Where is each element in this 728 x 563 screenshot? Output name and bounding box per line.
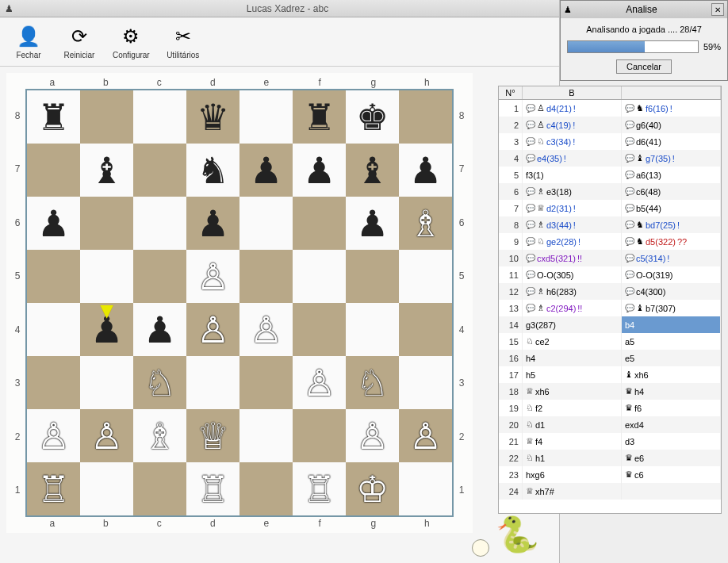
square-c5[interactable]	[133, 250, 186, 303]
move-row[interactable]: 23 hxg6 ♛ c6	[499, 466, 721, 483]
piece-wp: ♙	[197, 259, 229, 295]
square-d6[interactable]: ♟	[186, 197, 239, 250]
square-f1[interactable]: ♖	[293, 462, 346, 515]
square-a6[interactable]: ♟	[27, 197, 80, 250]
move-row[interactable]: 1💬♙ d4(21) !💬♞ f6(16) !	[499, 100, 721, 117]
square-f5[interactable]	[293, 250, 346, 303]
square-b1[interactable]	[80, 462, 133, 515]
square-a8[interactable]: ♜	[27, 90, 80, 144]
square-g2[interactable]: ♙	[346, 409, 399, 462]
square-g5[interactable]	[346, 250, 399, 303]
move-row[interactable]: 15♘ ce2 a5	[499, 333, 721, 350]
cancel-button[interactable]: Cancelar	[616, 59, 672, 74]
square-f6[interactable]	[293, 197, 346, 250]
rank-label: 3	[10, 357, 25, 411]
square-e6[interactable]	[239, 197, 293, 250]
move-num: 18	[499, 383, 523, 400]
square-e2[interactable]	[239, 409, 293, 462]
square-b6[interactable]	[80, 197, 133, 250]
square-c3[interactable]: ♘	[133, 356, 186, 409]
square-c4[interactable]: ♟	[133, 303, 186, 356]
square-a2[interactable]: ♙	[27, 409, 80, 462]
move-row[interactable]: 3💬♘ c3(34) !💬 d6(41)	[499, 133, 721, 150]
configurar-button[interactable]: ⚙Configurar	[108, 21, 155, 63]
move-row[interactable]: 5 f3(1) 💬 a6(13)	[499, 167, 721, 183]
square-b4[interactable]: ♟▼	[80, 303, 133, 356]
square-b3[interactable]	[80, 356, 133, 409]
square-c1[interactable]	[133, 462, 186, 515]
move-row[interactable]: 7💬♕ d2(31) !💬 b5(44)	[499, 200, 721, 216]
square-d3[interactable]	[186, 356, 239, 409]
square-a3[interactable]	[27, 356, 80, 409]
square-h2[interactable]: ♙	[399, 409, 452, 462]
move-row[interactable]: 2💬♙ c4(19) !💬 g6(40)	[499, 117, 721, 133]
move-row[interactable]: 21♕ f4 d3	[499, 433, 721, 450]
moves-list[interactable]: 1💬♙ d4(21) !💬♞ f6(16) !2💬♙ c4(19) !💬 g6(…	[499, 100, 721, 512]
square-c7[interactable]	[133, 144, 186, 197]
square-b7[interactable]: ♝	[80, 144, 133, 197]
square-h7[interactable]: ♟	[399, 144, 452, 197]
move-row[interactable]: 22♘ h1 ♛ e6	[499, 450, 721, 466]
square-h1[interactable]	[399, 462, 452, 515]
square-c2[interactable]: ♗	[133, 409, 186, 462]
square-a4[interactable]	[27, 303, 80, 356]
move-row[interactable]: 4💬 e4(35) !💬♝ g7(35) !	[499, 150, 721, 167]
move-row[interactable]: 6💬♗ e3(18) 💬 c6(48)	[499, 183, 721, 200]
square-e8[interactable]	[239, 90, 293, 144]
square-g3[interactable]: ♘	[346, 356, 399, 409]
move-row[interactable]: 9💬♘ ge2(28) !💬♞ d5(322) ??	[499, 233, 721, 250]
square-f2[interactable]	[293, 409, 346, 462]
square-b8[interactable]	[80, 90, 133, 144]
move-row[interactable]: 12💬♗ h6(283) 💬 c4(300)	[499, 283, 721, 300]
square-h3[interactable]	[399, 356, 452, 409]
fechar-button[interactable]: 👤Fechar	[6, 21, 51, 63]
square-g1[interactable]: ♔	[346, 462, 399, 515]
square-h4[interactable]	[399, 303, 452, 356]
square-d5[interactable]: ♙	[186, 250, 239, 303]
square-d1[interactable]: ♖	[186, 462, 239, 515]
utilitarios-button[interactable]: ✂Utilitários	[161, 21, 205, 63]
square-e4[interactable]: ♙	[239, 303, 293, 356]
square-d8[interactable]: ♛	[186, 90, 239, 144]
square-e7[interactable]: ♟	[239, 144, 293, 197]
square-f4[interactable]	[293, 303, 346, 356]
square-d2[interactable]: ♕	[186, 409, 239, 462]
square-a1[interactable]: ♖	[27, 462, 80, 515]
close-icon[interactable]: ✕	[711, 3, 724, 16]
square-c6[interactable]	[133, 197, 186, 250]
square-a7[interactable]	[27, 144, 80, 197]
square-g4[interactable]	[346, 303, 399, 356]
chess-board[interactable]: abcdefgh8♜♛♜♚♝♞♟♟♝♟♟♟♟♗♙♟▼♟♙♙♘♙♘♙♙♗♕♙♙♖♖…	[10, 76, 469, 530]
square-c8[interactable]	[133, 90, 186, 144]
square-h6[interactable]: ♗	[399, 197, 452, 250]
square-a5[interactable]	[27, 250, 80, 303]
square-e5[interactable]	[239, 250, 293, 303]
square-d7[interactable]: ♞	[186, 144, 239, 197]
move-black: 💬 g6(40)	[622, 117, 721, 133]
square-h5[interactable]	[399, 250, 452, 303]
square-g8[interactable]: ♚	[346, 90, 399, 144]
move-row[interactable]: 14 g3(287) b4	[499, 316, 721, 333]
square-f3[interactable]: ♙	[293, 356, 346, 409]
square-f8[interactable]: ♜	[293, 90, 346, 144]
move-row[interactable]: 19♘ f2 ♛ f6	[499, 400, 721, 416]
square-g6[interactable]: ♟	[346, 197, 399, 250]
square-g7[interactable]: ♝	[346, 144, 399, 197]
move-row[interactable]: 10💬 cxd5(321) !!💬 c5(314) !	[499, 250, 721, 266]
square-d4[interactable]: ♙	[186, 303, 239, 356]
square-b2[interactable]: ♙	[80, 409, 133, 462]
move-row[interactable]: 8💬♗ d3(44) !💬♞ bd7(25) !	[499, 216, 721, 233]
move-row[interactable]: 17 h5 ♝ xh6	[499, 366, 721, 383]
move-row[interactable]: 18♕ xh6 ♛ h4	[499, 383, 721, 400]
move-row[interactable]: 11💬 O-O(305) 💬 O-O(319)	[499, 266, 721, 283]
square-b5[interactable]	[80, 250, 133, 303]
move-row[interactable]: 13💬♗ c2(294) !!💬♝ b7(307)	[499, 300, 721, 316]
reiniciar-button[interactable]: ⟳Reiniciar	[57, 21, 102, 63]
move-row[interactable]: 16 h4 e5	[499, 350, 721, 366]
move-row[interactable]: 24♕ xh7#	[499, 483, 721, 500]
square-f7[interactable]: ♟	[293, 144, 346, 197]
square-h8[interactable]	[399, 90, 452, 144]
square-e1[interactable]	[239, 462, 293, 515]
move-row[interactable]: 20♘ d1 exd4	[499, 416, 721, 433]
square-e3[interactable]	[239, 356, 293, 409]
